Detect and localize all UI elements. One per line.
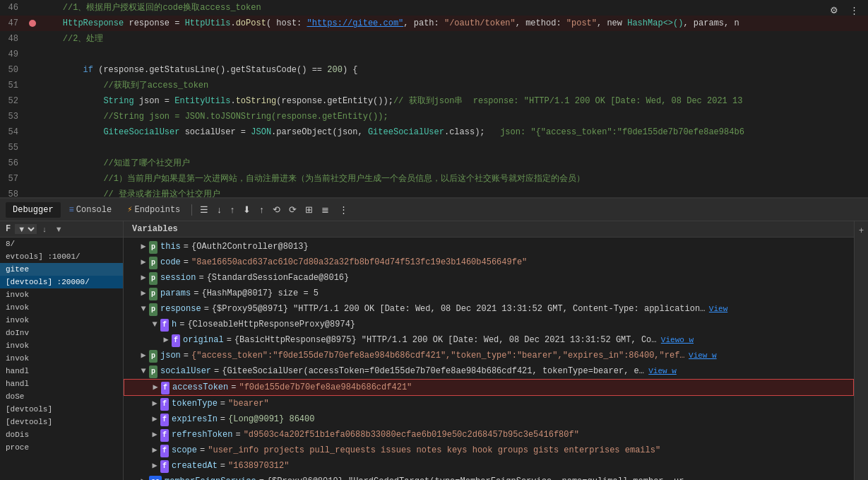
f-item-devtools1[interactable]: evtools] :10001/: [0, 250, 123, 263]
var-name-scope: scope: [172, 443, 197, 457]
var-expand-memberfeignservice[interactable]: ▶: [138, 474, 149, 480]
f-item-invok4[interactable]: invok: [0, 339, 123, 352]
var-name-code: code: [160, 255, 181, 269]
step-out-btn[interactable]: ⬇: [239, 202, 254, 217]
var-type-session: p: [149, 272, 157, 285]
f-item-gitee[interactable]: gitee: [0, 263, 123, 276]
variables-content: ▶ p this = {OAuth2Controller@8013} ▶ p c…: [124, 238, 854, 480]
f-item-devtools3[interactable]: [devtools]: [0, 403, 123, 416]
line-num-49: 49: [0, 47, 25, 62]
f-item-devtools4[interactable]: [devtools]: [0, 416, 123, 428]
settings-btn[interactable]: ⋮: [335, 202, 352, 217]
var-value-code: "8ae16650acd637ac610c7d80a32a32fb8bf04d7…: [191, 255, 854, 269]
f-item-invok3[interactable]: invok: [0, 314, 123, 327]
editor-top-icons: ⚙ ⋮: [826, 3, 862, 18]
code-line-49: 49: [0, 47, 868, 62]
var-expand-socialuser[interactable]: ▼: [138, 364, 149, 378]
f-item-invok2[interactable]: invok: [0, 301, 123, 314]
var-type-response: p: [149, 303, 157, 316]
var-row-this: ▶ p this = {OAuth2Controller@8013}: [124, 239, 854, 254]
f-item-invok1[interactable]: invok: [0, 288, 123, 301]
panel-body: F ▼ ↓ ▼ 8/ evtools] :10001/ gitee [devto…: [0, 221, 868, 480]
line-num-53: 53: [0, 110, 25, 124]
var-view-response[interactable]: View: [709, 302, 727, 316]
stop-btn[interactable]: ⟳: [285, 202, 300, 217]
var-expand-params[interactable]: ▶: [138, 286, 149, 300]
var-eq-socialuser: =: [214, 364, 219, 378]
more-icon[interactable]: ⋮: [846, 3, 862, 18]
var-expand-refreshtoken[interactable]: ▶: [149, 428, 160, 442]
var-name-memberfeignservice: memberFeignService: [165, 474, 256, 480]
f-nav-down[interactable]: ↓: [40, 224, 49, 234]
f-item-dose[interactable]: doSe: [0, 390, 123, 403]
tab-debugger[interactable]: Debugger: [6, 202, 61, 218]
var-name-this: this: [160, 240, 181, 254]
var-expand-scope[interactable]: ▶: [149, 443, 160, 457]
var-name-response: response: [160, 302, 201, 316]
var-row-h: ▼ f h = {CloseableHttpResponseProxy@8974…: [124, 317, 854, 332]
var-expand-accesstoken[interactable]: ▶: [150, 380, 161, 394]
line-content-58: // 登录或者注册这个社交用户: [40, 187, 868, 198]
view-breakpoints-btn[interactable]: ⊞: [302, 202, 316, 217]
code-editor: 46 //1、根据用户授权返回的code换取access_token 47 Ht…: [0, 0, 868, 198]
var-view-socialuser[interactable]: View w: [648, 364, 677, 378]
run-to-cursor-btn[interactable]: ↑: [256, 202, 268, 217]
code-line-52: 52 String json = EntityUtils.toString(re…: [0, 93, 868, 109]
f-dropdown[interactable]: ▼: [15, 224, 37, 234]
var-eq-response: =: [204, 302, 209, 316]
var-type-this: p: [149, 241, 157, 254]
mute-btn[interactable]: ≣: [318, 202, 333, 217]
code-line-57: 57 //1）当前用户如果是第一次进网站，自动注册进来（为当前社交用户生成一个会…: [0, 171, 868, 187]
f-item-handl1[interactable]: handl: [0, 365, 123, 377]
f-item-handl2[interactable]: handl: [0, 377, 123, 390]
f-item-8[interactable]: 8/: [0, 238, 123, 250]
right-add-btn[interactable]: +: [855, 224, 868, 237]
f-item-invok5[interactable]: invok: [0, 352, 123, 365]
line-num-46: 46: [0, 1, 25, 15]
line-num-48: 48: [0, 32, 25, 46]
var-view-json[interactable]: View w: [689, 349, 717, 363]
var-view-original[interactable]: Viewo w: [661, 333, 694, 347]
var-expand-expiresin[interactable]: ▶: [149, 412, 160, 426]
var-expand-code[interactable]: ▶: [138, 255, 149, 269]
var-expand-original[interactable]: ▶: [160, 333, 172, 347]
var-row-response: ▼ p response = {$Proxy95@8971} "HTTP/1.1…: [124, 301, 854, 317]
var-expand-tokentype[interactable]: ▶: [149, 397, 160, 411]
step-into-btn[interactable]: ↑: [227, 202, 239, 217]
step-over-btn[interactable]: ↓: [213, 202, 225, 217]
var-expand-json[interactable]: ▶: [138, 349, 149, 363]
f-nav-filter[interactable]: ▼: [52, 224, 66, 234]
var-expand-response[interactable]: ▼: [138, 302, 149, 316]
var-expand-createdat[interactable]: ▶: [149, 459, 160, 473]
var-value-session: {StandardSessionFacade@8016}: [207, 271, 854, 285]
restart-btn[interactable]: ⟲: [269, 202, 284, 217]
var-name-expiresin: expiresIn: [172, 412, 218, 426]
f-item-devtools2[interactable]: [devtools] :20000/: [0, 276, 123, 288]
var-type-json: p: [149, 350, 157, 363]
var-type-accesstoken: f: [161, 382, 170, 394]
var-type-scope: f: [160, 445, 169, 457]
tab-console[interactable]: ≡Console: [62, 202, 119, 218]
right-panel: +: [854, 221, 868, 480]
var-eq-memberfeignservice: =: [259, 474, 264, 480]
var-eq-params: =: [194, 286, 198, 300]
settings-icon[interactable]: ⚙: [826, 3, 842, 18]
f-item-proce[interactable]: proce: [0, 441, 123, 454]
var-expand-session[interactable]: ▶: [138, 271, 149, 285]
f-panel-header: F ▼ ↓ ▼: [0, 221, 123, 238]
tab-endpoints[interactable]: ⚡Endpoints: [120, 201, 187, 218]
code-line-55: 55: [0, 140, 868, 156]
f-items-list: 8/ evtools] :10001/ gitee [devtools] :20…: [0, 238, 123, 480]
f-item-doinv[interactable]: doInv: [0, 327, 123, 339]
var-row-params: ▶ p params = {HashMap@8017} size = 5: [124, 286, 854, 301]
var-expand-this[interactable]: ▶: [138, 240, 149, 254]
code-line-50: 50 if (response.getStatusLine().getStatu…: [0, 62, 868, 78]
line-content-57: //1）当前用户如果是第一次进网站，自动注册进来（为当前社交用户生成一个会员信息…: [40, 172, 868, 186]
var-value-original: {BasicHttpResponse@8975} "HTTP/1.1 200 O…: [234, 333, 658, 347]
line-num-58: 58: [0, 187, 25, 198]
var-eq-original: =: [227, 333, 232, 347]
f-panel: F ▼ ↓ ▼ 8/ evtools] :10001/ gitee [devto…: [0, 221, 124, 480]
filter-btn[interactable]: ☰: [196, 202, 212, 217]
f-item-dodis[interactable]: doDis: [0, 428, 123, 441]
var-expand-h[interactable]: ▼: [149, 317, 160, 332]
